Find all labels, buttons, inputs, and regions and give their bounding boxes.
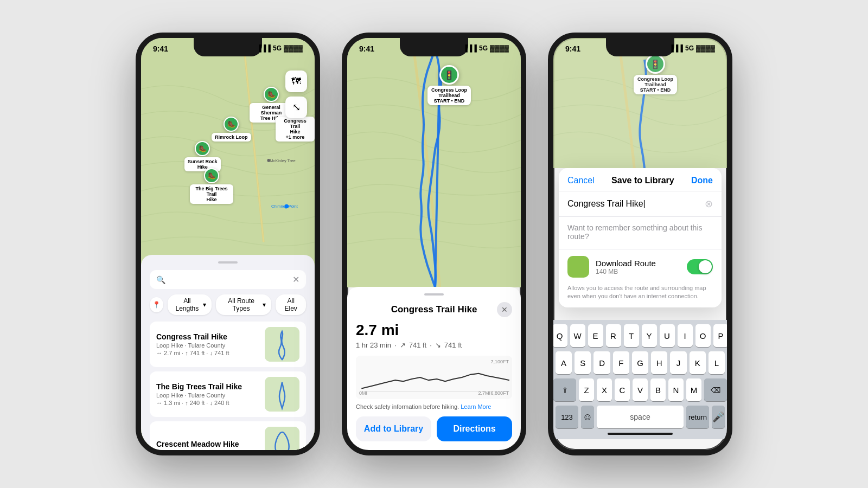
shift-key[interactable]: ⇧ [553, 378, 576, 401]
chart-labels-bottom: 0MI 2.7MI [359, 390, 490, 396]
network-1: 5G [273, 44, 282, 52]
search-input-1[interactable]: Hikes in Sequoia [170, 275, 288, 284]
status-time-1: 9:41 [153, 44, 168, 53]
key-q[interactable]: Q [553, 324, 567, 347]
key-x[interactable]: X [597, 378, 612, 401]
trail-item-bigtrees[interactable]: The Big Trees Trail Hike Loop Hike · Tul… [150, 371, 306, 417]
key-w[interactable]: W [570, 324, 585, 347]
length-filter-button[interactable]: All Lengths ▾ [168, 294, 212, 315]
add-to-library-button[interactable]: Add to Library [356, 416, 431, 441]
key-s[interactable]: S [575, 351, 591, 374]
clear-search-icon[interactable]: ✕ [292, 274, 299, 285]
return-key[interactable]: return [686, 406, 709, 428]
key-a[interactable]: A [556, 351, 572, 374]
route-header: Congress Trail Hike ✕ [356, 302, 512, 317]
arrow-down-icon: ↘ [435, 341, 441, 349]
trail-map-bigtrees [265, 377, 299, 412]
trail-item-congress[interactable]: Congress Trail Hike Loop Hike · Tulare C… [150, 322, 306, 367]
action-buttons: Add to Library Directions [356, 416, 512, 441]
drag-handle-2 [424, 293, 444, 296]
save-cancel-button[interactable]: Cancel [567, 176, 595, 185]
key-h[interactable]: H [651, 351, 667, 374]
status-time-2: 9:41 [359, 44, 374, 53]
key-m[interactable]: M [686, 378, 701, 401]
route-distance: 2.7 mi [356, 322, 512, 339]
elev-filter-button[interactable]: All Elev [276, 294, 306, 315]
save-modal-header: Cancel Save to Library Done [559, 168, 722, 191]
status-icons-3: ▐▐▐ 5G ▓▓▓▓ [669, 44, 715, 52]
pin-icon-sherman: 🥾 [264, 87, 279, 102]
key-y[interactable]: Y [642, 324, 657, 347]
chart-labels-right: 7,100FT 6,800FT [490, 359, 509, 396]
map-pin-rimrock[interactable]: 🥾 Rimrock Loop [212, 117, 251, 142]
phone-3: 9:41 ▐▐▐ 5G ▓▓▓▓ 🚦 Congress LoopTrailhea… [548, 33, 732, 455]
directions-button[interactable]: Directions [437, 416, 512, 441]
location-filter-button[interactable]: 📍 [150, 297, 163, 312]
trail-name-input-container: Congress Trail Hike| ⊗ [559, 191, 722, 217]
trail-stats-bigtrees: ↔ 1.3 mi · ↑ 240 ft · ↓ 240 ft [156, 400, 258, 406]
trail-sub-congress: Loop Hike · Tulare County [156, 342, 258, 349]
status-bar-1: 9:41 ▐▐▐ 5G ▓▓▓▓ [141, 38, 315, 64]
key-u[interactable]: U [660, 324, 675, 347]
route-type-label: All Route Types [221, 297, 261, 312]
trail-list: Congress Trail Hike Loop Hike · Tulare C… [150, 322, 306, 450]
trail-item-crescent[interactable]: Crescent Meadow Hike [150, 421, 306, 450]
key-e[interactable]: E [588, 324, 603, 347]
route-time: 1 hr 23 min [356, 341, 391, 349]
key-n[interactable]: N [668, 378, 684, 401]
clear-input-icon[interactable]: ⊗ [705, 198, 713, 210]
pin-icon-rimrock: 🥾 [224, 117, 239, 132]
close-route-button[interactable]: ✕ [497, 302, 512, 317]
phone-1: 9:41 ▐▐▐ 5G ▓▓▓▓ [136, 33, 320, 455]
pin-label-bigtrees: The Big Trees TrailHike [190, 184, 233, 204]
key-z[interactable]: Z [579, 378, 594, 401]
key-k[interactable]: K [690, 351, 706, 374]
key-g[interactable]: G [632, 351, 648, 374]
key-r[interactable]: R [606, 324, 621, 347]
key-c[interactable]: C [615, 378, 630, 401]
space-key[interactable]: space [597, 406, 684, 428]
key-p[interactable]: P [713, 324, 727, 347]
key-b[interactable]: B [650, 378, 666, 401]
battery-icon-3: ▓▓▓▓ [696, 44, 715, 52]
svg-text:McKinley Tree: McKinley Tree [270, 158, 296, 163]
map-pin-sunset[interactable]: 🥾 Sunset RockHike [184, 141, 221, 171]
mic-key[interactable]: 🎤 [712, 406, 725, 428]
start-pin-label: Congress LoopTrailheadSTART • END [427, 86, 471, 105]
filter-row: 📍 All Lengths ▾ All Route Types ▾ All El… [150, 294, 306, 315]
key-o[interactable]: O [695, 324, 711, 347]
keyboard: Q W E R T Y U I O P A S D F G H J K L [553, 320, 727, 439]
download-toggle[interactable] [687, 259, 713, 274]
key-f[interactable]: F [613, 351, 629, 374]
search-panel-1: 🔍 Hikes in Sequoia ✕ 📍 All Lengths ▾ All… [141, 255, 315, 450]
route-panel: Congress Trail Hike ✕ 2.7 mi 1 hr 23 min… [347, 287, 521, 450]
key-t[interactable]: T [624, 324, 639, 347]
key-j[interactable]: J [670, 351, 686, 374]
keyboard-row-2: A S D F G H J K L [556, 351, 725, 374]
phone2-content: 🚦 Congress LoopTrailheadSTART • END Cong… [347, 38, 521, 450]
safety-note: Check safety information before hiking. … [356, 403, 512, 410]
pin-label-rimrock: Rimrock Loop [212, 133, 251, 142]
key-l[interactable]: L [709, 351, 725, 374]
trail-info-bigtrees: The Big Trees Trail Hike Loop Hike · Tul… [156, 382, 258, 406]
dot-sep2: · [430, 341, 432, 349]
trail-map-congress [265, 327, 299, 362]
elevation-chart: 7,100FT 6,800FT 0MI 2.7MI [356, 356, 512, 399]
map-layers-button[interactable]: 🗺 [285, 70, 307, 92]
route-note-field[interactable]: Want to remember something about this ro… [559, 217, 722, 249]
numbers-key[interactable]: 123 [556, 406, 578, 428]
phone-2: 9:41 ▐▐▐ 5G ▓▓▓▓ [342, 33, 526, 455]
map-location-button[interactable]: ⤡ [285, 97, 307, 118]
save-done-button[interactable]: Done [691, 176, 713, 185]
chevron-down-icon-route: ▾ [263, 301, 266, 309]
key-d[interactable]: D [593, 351, 610, 374]
map-pin-bigtrees[interactable]: 🥾 The Big Trees TrailHike [190, 168, 233, 204]
emoji-key[interactable]: ☺ [581, 406, 594, 428]
key-v[interactable]: V [633, 378, 648, 401]
delete-key[interactable]: ⌫ [704, 378, 727, 401]
key-i[interactable]: I [678, 324, 693, 347]
learn-more-link[interactable]: Learn More [461, 403, 491, 410]
route-type-filter-button[interactable]: All Route Types ▾ [216, 294, 272, 315]
trail-name-value[interactable]: Congress Trail Hike| [567, 199, 705, 209]
phone3-content: 🚦 Congress LoopTrailheadSTART • END Canc… [553, 38, 727, 450]
